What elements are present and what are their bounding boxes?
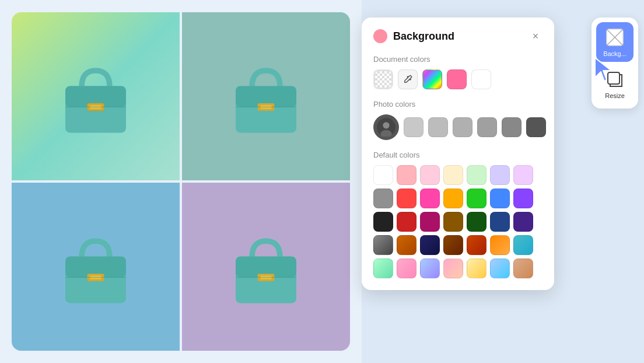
- default-colors-label: Default colors: [373, 151, 542, 159]
- photo-swatch-1[interactable]: [404, 117, 424, 137]
- panel-title-group: Background: [373, 29, 454, 43]
- default-swatch[interactable]: [467, 189, 487, 208]
- bag-grid: [12, 12, 350, 351]
- bag-cell-4[interactable]: [182, 183, 350, 351]
- default-colors-grid: [373, 165, 542, 278]
- background-icon: [604, 27, 625, 48]
- color-picker-panel: Background × Document colors Photo color…: [362, 18, 554, 290]
- photo-colors-row: [373, 114, 542, 140]
- bag-image-2: [219, 50, 313, 143]
- default-swatch[interactable]: [373, 235, 393, 255]
- default-swatch[interactable]: [443, 212, 463, 232]
- default-swatch[interactable]: [420, 189, 440, 208]
- photo-swatch-6[interactable]: [526, 117, 546, 137]
- default-swatch[interactable]: [467, 212, 487, 232]
- default-swatch[interactable]: [467, 259, 487, 278]
- default-swatch[interactable]: [513, 235, 533, 255]
- default-swatch[interactable]: [467, 235, 487, 255]
- document-colors-row: [373, 69, 542, 89]
- default-swatch[interactable]: [443, 235, 463, 255]
- default-swatch[interactable]: [443, 165, 463, 185]
- default-swatch[interactable]: [373, 189, 393, 208]
- photo-swatch-3[interactable]: [453, 117, 473, 137]
- main-canvas: [0, 0, 362, 363]
- default-swatch[interactable]: [420, 212, 440, 232]
- default-swatch[interactable]: [443, 189, 463, 208]
- panel-header: Background ×: [373, 29, 542, 43]
- gradient-swatch[interactable]: [422, 69, 442, 89]
- svg-point-21: [383, 122, 389, 128]
- default-swatch[interactable]: [513, 259, 533, 278]
- default-swatch[interactable]: [397, 235, 416, 255]
- default-swatch[interactable]: [420, 259, 440, 278]
- photo-preview: [373, 114, 399, 140]
- default-swatch[interactable]: [373, 212, 393, 232]
- pink-swatch[interactable]: [447, 69, 467, 89]
- toolbar-item-resize[interactable]: Resize: [596, 64, 634, 104]
- default-swatch[interactable]: [490, 235, 510, 255]
- svg-rect-26: [608, 72, 620, 84]
- panel-color-icon: [373, 29, 387, 43]
- default-swatch[interactable]: [420, 235, 440, 255]
- photo-colors-label: Photo colors: [373, 100, 542, 109]
- bag-image-3: [49, 220, 142, 313]
- panel-title: Background: [393, 30, 454, 43]
- default-swatch[interactable]: [443, 259, 463, 278]
- bag-cell-3[interactable]: [12, 183, 180, 351]
- transparent-swatch[interactable]: [373, 69, 393, 89]
- photo-swatch-4[interactable]: [477, 117, 497, 137]
- default-swatch[interactable]: [490, 212, 510, 232]
- resize-icon: [604, 69, 625, 90]
- default-swatch[interactable]: [397, 259, 416, 278]
- default-swatch[interactable]: [513, 189, 533, 208]
- photo-swatch-2[interactable]: [428, 117, 448, 137]
- default-swatch[interactable]: [513, 212, 533, 232]
- default-swatch[interactable]: [397, 165, 416, 185]
- right-toolbar: Backg... Resize: [592, 18, 638, 109]
- default-swatch[interactable]: [490, 259, 510, 278]
- default-swatch[interactable]: [420, 165, 440, 185]
- eyedropper-swatch[interactable]: [398, 69, 418, 89]
- photo-swatch-5[interactable]: [502, 117, 522, 137]
- bag-cell-1[interactable]: [12, 12, 180, 180]
- default-swatch[interactable]: [373, 259, 393, 278]
- toolbar-item-background[interactable]: Backg...: [596, 22, 634, 62]
- default-swatch[interactable]: [490, 165, 510, 185]
- default-swatch[interactable]: [467, 165, 487, 185]
- bag-image-4: [219, 220, 313, 313]
- resize-label: Resize: [605, 92, 625, 99]
- background-label: Backg...: [603, 50, 626, 57]
- close-button[interactable]: ×: [528, 29, 542, 43]
- bag-cell-2[interactable]: [182, 12, 350, 180]
- bag-image-1: [49, 50, 142, 143]
- default-swatch[interactable]: [397, 189, 416, 208]
- default-swatch[interactable]: [373, 165, 393, 185]
- document-colors-label: Document colors: [373, 55, 542, 64]
- default-swatch[interactable]: [490, 189, 510, 208]
- white-swatch[interactable]: [471, 69, 491, 89]
- default-swatch[interactable]: [397, 212, 416, 232]
- default-swatch[interactable]: [513, 165, 533, 185]
